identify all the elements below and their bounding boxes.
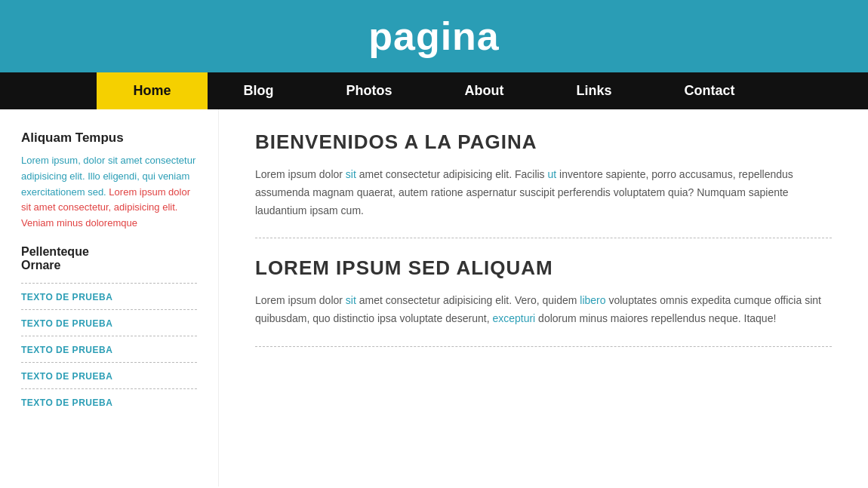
sidebar-section1-title: Aliquam Tempus (21, 130, 197, 146)
sidebar-section2-title: PellentequeOrnare (21, 245, 197, 272)
site-header: pagina (0, 0, 868, 72)
nav-home[interactable]: Home (97, 72, 207, 109)
list-item: TEXTO DE PRUEBA (21, 283, 197, 309)
main-nav: Home Blog Photos About Links Contact (0, 72, 868, 109)
article-1: BIENVENIDOS A LA PAGINA Lorem ipsum dolo… (255, 130, 832, 219)
article-2: LOREM IPSUM SED ALIQUAM Lorem ipsum dolo… (255, 256, 832, 328)
list-item: TEXTO DE PRUEBA (21, 336, 197, 362)
content-wrap: Aliquam Tempus Lorem ipsum, dolor sit am… (0, 109, 868, 486)
article-2-body: Lorem ipsum dolor sit amet consectetur a… (255, 292, 832, 328)
list-item-link[interactable]: TEXTO DE PRUEBA (21, 292, 112, 302)
article-divider-1 (255, 238, 832, 238)
nav-about[interactable]: About (429, 72, 540, 109)
site-title: pagina (0, 14, 868, 59)
list-item: TEXTO DE PRUEBA (21, 309, 197, 336)
nav-photos[interactable]: Photos (310, 72, 429, 109)
list-item: TEXTO DE PRUEBA (21, 388, 197, 415)
nav-contact[interactable]: Contact (648, 72, 771, 109)
nav-blog[interactable]: Blog (208, 72, 310, 109)
list-item-link[interactable]: TEXTO DE PRUEBA (21, 345, 112, 355)
sidebar-section1-text: Lorem ipsum, dolor sit amet consectetur … (21, 153, 197, 232)
list-item-link[interactable]: TEXTO DE PRUEBA (21, 397, 112, 408)
list-item-link[interactable]: TEXTO DE PRUEBA (21, 318, 112, 329)
article-1-body: Lorem ipsum dolor sit amet consectetur a… (255, 166, 832, 219)
article-2-title: LOREM IPSUM SED ALIQUAM (255, 256, 832, 280)
main-content: BIENVENIDOS A LA PAGINA Lorem ipsum dolo… (219, 109, 868, 486)
nav-links[interactable]: Links (540, 72, 648, 109)
article-1-title: BIENVENIDOS A LA PAGINA (255, 130, 832, 154)
sidebar: Aliquam Tempus Lorem ipsum, dolor sit am… (0, 109, 219, 486)
sidebar-list: TEXTO DE PRUEBA TEXTO DE PRUEBA TEXTO DE… (21, 283, 197, 415)
article-divider-2 (255, 346, 832, 347)
list-item-link[interactable]: TEXTO DE PRUEBA (21, 371, 112, 382)
list-item: TEXTO DE PRUEBA (21, 362, 197, 388)
